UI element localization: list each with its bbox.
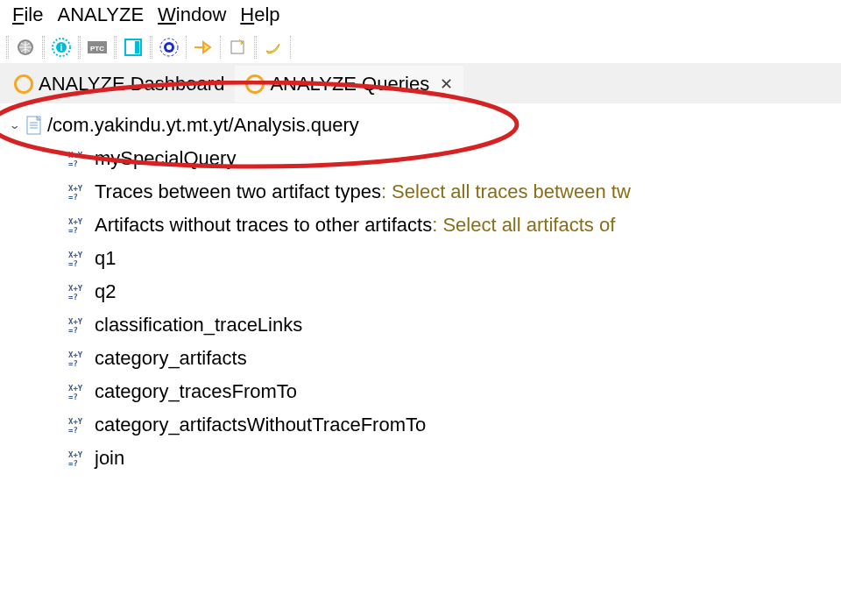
svg-text:i: i — [60, 43, 63, 53]
close-icon[interactable]: ✕ — [440, 74, 453, 94]
ring-icon — [245, 74, 265, 94]
svg-text:=?: =? — [68, 393, 78, 400]
svg-text:X+Y: X+Y — [68, 217, 83, 226]
toolbar-separator — [78, 36, 81, 59]
banana-icon[interactable] — [259, 35, 287, 60]
toolbar-separator — [6, 36, 9, 59]
tree-item-label: classification_traceLinks — [95, 308, 302, 342]
tree-item-label: mySpecialQuery — [95, 142, 236, 175]
tree-item[interactable]: X+Y=?category_tracesFromTo — [0, 375, 841, 408]
menu-help[interactable]: Help — [235, 2, 285, 28]
globe-icon[interactable] — [11, 35, 39, 60]
menu-file[interactable]: File — [7, 2, 48, 28]
tree-item-label: category_artifacts — [95, 342, 247, 375]
query-icon: X+Y=? — [68, 383, 89, 400]
tree-item-desc: : Select all artifacts of — [432, 209, 615, 242]
query-icon: X+Y=? — [68, 150, 89, 167]
tree-item-desc: : Select all traces between tw — [381, 175, 631, 209]
menu-analyze[interactable]: ANALYZE — [52, 2, 149, 28]
tab-analyze-queries[interactable]: ANALYZE Queries ✕ — [235, 66, 463, 103]
gear-icon[interactable] — [155, 35, 183, 60]
ptc-icon[interactable]: PTC — [83, 35, 111, 60]
tree-item[interactable]: X+Y=?category_artifactsWithoutTraceFromT… — [0, 408, 841, 442]
tree-item[interactable]: X+Y=?classification_traceLinks — [0, 308, 841, 342]
svg-text:X+Y: X+Y — [68, 417, 83, 426]
svg-point-11 — [166, 45, 172, 50]
tree-item[interactable]: X+Y=?join — [0, 442, 841, 475]
toolbar: i PTC — [0, 33, 841, 65]
new-doc-icon[interactable] — [223, 35, 251, 60]
tree-item[interactable]: X+Y=?q1 — [0, 242, 841, 275]
tree-item-label: Artifacts without traces to other artifa… — [95, 209, 432, 242]
tree-item[interactable]: X+Y=?q2 — [0, 275, 841, 308]
tree-path-label: /com.yakindu.yt.mt.yt/Analysis.query — [47, 109, 359, 142]
toolbar-separator — [42, 36, 45, 59]
toolbar-separator — [114, 36, 117, 59]
toolbar-separator — [290, 36, 291, 59]
tree-item[interactable]: X+Y=?mySpecialQuery — [0, 142, 841, 175]
toolbar-separator — [186, 36, 187, 59]
svg-text:X+Y: X+Y — [68, 350, 83, 359]
tab-label: ANALYZE Dashboard — [39, 73, 224, 96]
svg-text:X+Y: X+Y — [68, 317, 83, 326]
tree-view: ⌄ /com.yakindu.yt.mt.yt/Analysis.query X… — [0, 103, 841, 475]
blue-badge-icon[interactable]: i — [47, 35, 75, 60]
query-icon: X+Y=? — [68, 316, 89, 334]
tree-item-label: Traces between two artifact types — [95, 175, 381, 209]
svg-text:=?: =? — [68, 326, 78, 334]
svg-rect-8 — [135, 41, 139, 53]
menubar: File ANALYZE Window Help — [0, 0, 841, 33]
tree-item-label: q1 — [95, 242, 116, 275]
svg-text:X+Y: X+Y — [68, 251, 83, 259]
svg-text:X+Y: X+Y — [68, 184, 83, 193]
tree-item-label: category_artifactsWithoutTraceFromTo — [95, 408, 426, 442]
menu-window[interactable]: Window — [152, 2, 231, 28]
query-icon: X+Y=? — [68, 416, 89, 434]
toolbar-separator — [220, 36, 221, 59]
svg-text:=?: =? — [68, 193, 78, 201]
tab-label: ANALYZE Queries — [270, 73, 429, 96]
svg-text:=?: =? — [68, 426, 78, 434]
svg-text:=?: =? — [68, 459, 78, 467]
tab-analyze-dashboard[interactable]: ANALYZE Dashboard — [4, 66, 235, 103]
tree-root[interactable]: ⌄ /com.yakindu.yt.mt.yt/Analysis.query — [0, 109, 841, 142]
menu-label-help: elp — [254, 4, 279, 25]
query-icon: X+Y=? — [68, 450, 89, 467]
tree-item-label: q2 — [95, 275, 116, 308]
toolbar-separator — [150, 36, 152, 59]
expand-arrow-icon[interactable]: ⌄ — [9, 112, 25, 138]
tree-item[interactable]: X+Y=?Traces between two artifact types :… — [0, 175, 841, 209]
arrow-right-icon[interactable] — [189, 35, 217, 60]
svg-text:X+Y: X+Y — [68, 284, 83, 293]
menu-label-analyze: ANALYZE — [57, 4, 144, 25]
svg-text:PTC: PTC — [90, 45, 104, 53]
svg-text:X+Y: X+Y — [68, 450, 83, 459]
svg-text:X+Y: X+Y — [68, 151, 83, 159]
svg-text:=?: =? — [68, 293, 78, 301]
svg-text:=?: =? — [68, 359, 78, 367]
menu-label-window: indow — [176, 4, 226, 25]
ring-icon — [14, 74, 33, 94]
query-icon: X+Y=? — [68, 183, 89, 201]
query-icon: X+Y=? — [68, 350, 89, 367]
document-icon — [25, 116, 44, 135]
menu-label-file: ile — [24, 4, 43, 25]
tree-item-label: category_tracesFromTo — [95, 375, 297, 408]
svg-text:=?: =? — [68, 226, 78, 234]
query-icon: X+Y=? — [68, 216, 89, 234]
square-blue-icon[interactable] — [119, 35, 147, 60]
query-icon: X+Y=? — [68, 250, 89, 267]
svg-text:=?: =? — [68, 259, 78, 267]
svg-text:=?: =? — [68, 159, 78, 167]
toolbar-separator — [254, 36, 257, 59]
query-icon: X+Y=? — [68, 283, 89, 301]
tree-item[interactable]: X+Y=?Artifacts without traces to other a… — [0, 209, 841, 242]
tree-item[interactable]: X+Y=?category_artifacts — [0, 342, 841, 375]
tree-item-label: join — [95, 442, 124, 475]
svg-text:X+Y: X+Y — [68, 384, 83, 393]
tabbar: ANALYZE Dashboard ANALYZE Queries ✕ — [0, 65, 841, 103]
